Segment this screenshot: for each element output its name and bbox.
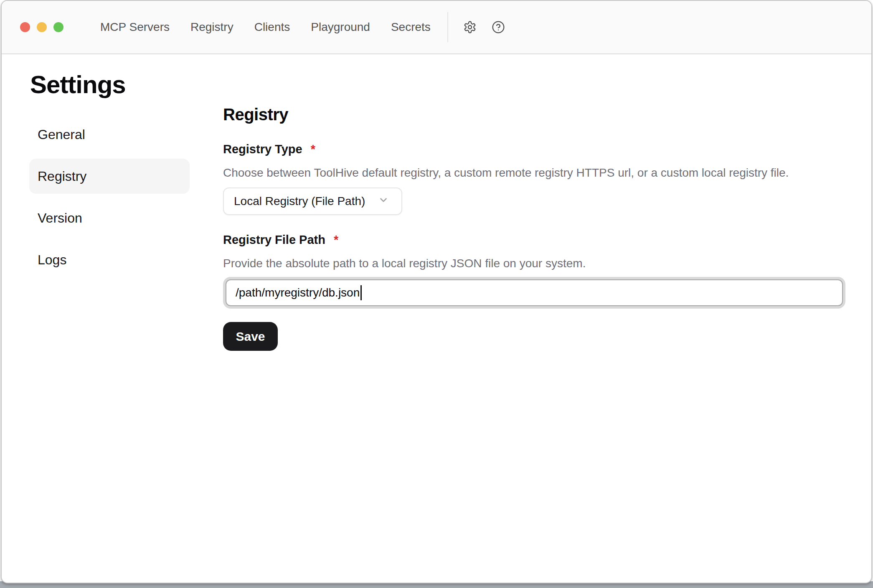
nav-item-playground[interactable]: Playground bbox=[311, 21, 370, 33]
settings-button[interactable] bbox=[463, 20, 477, 34]
nav-item-mcp-servers[interactable]: MCP Servers bbox=[100, 21, 170, 33]
close-window-button[interactable] bbox=[20, 22, 30, 32]
sidebar-item-label: Logs bbox=[38, 252, 66, 268]
registry-file-path-input[interactable]: /path/myregistry/db.json bbox=[226, 279, 843, 306]
registry-type-label: Registry Type * bbox=[223, 142, 850, 157]
gear-icon bbox=[463, 20, 477, 34]
selected-option-label: Local Registry (File Path) bbox=[234, 195, 365, 208]
required-asterisk: * bbox=[311, 142, 315, 157]
save-button[interactable]: Save bbox=[223, 322, 278, 351]
help-button[interactable] bbox=[492, 20, 505, 34]
settings-page: Settings General Registry Version Logs bbox=[2, 71, 871, 351]
chevron-down-icon bbox=[378, 195, 389, 208]
required-asterisk: * bbox=[334, 232, 338, 247]
titlebar-divider bbox=[447, 12, 448, 42]
top-navigation: MCP Servers Registry Clients Playground … bbox=[100, 21, 431, 33]
settings-sidebar: General Registry Version Logs bbox=[29, 117, 190, 284]
text-cursor bbox=[360, 285, 362, 300]
sidebar-item-label: Version bbox=[38, 210, 82, 226]
minimize-window-button[interactable] bbox=[37, 22, 47, 32]
nav-item-secrets[interactable]: Secrets bbox=[391, 21, 431, 33]
registry-type-description: Choose between ToolHive default registry… bbox=[223, 165, 850, 180]
registry-file-path-description: Provide the absolute path to a local reg… bbox=[223, 256, 850, 271]
nav-item-registry[interactable]: Registry bbox=[190, 21, 233, 33]
sidebar-item-version[interactable]: Version bbox=[29, 200, 190, 236]
sidebar-item-logs[interactable]: Logs bbox=[29, 242, 190, 277]
zoom-window-button[interactable] bbox=[53, 22, 63, 32]
sidebar-item-label: General bbox=[38, 127, 85, 142]
input-value: /path/myregistry/db.json bbox=[236, 286, 360, 299]
titlebar: MCP Servers Registry Clients Playground … bbox=[2, 1, 871, 54]
help-circle-icon bbox=[492, 20, 505, 34]
registry-settings-panel: Registry Registry Type * Choose between … bbox=[223, 104, 850, 351]
registry-file-path-label: Registry File Path * bbox=[223, 232, 850, 247]
sidebar-item-general[interactable]: General bbox=[29, 117, 190, 152]
section-heading: Registry bbox=[223, 104, 850, 124]
page-title: Settings bbox=[30, 71, 871, 99]
nav-item-clients[interactable]: Clients bbox=[254, 21, 290, 33]
sidebar-item-label: Registry bbox=[38, 169, 86, 184]
app-window: MCP Servers Registry Clients Playground … bbox=[1, 0, 872, 583]
window-controls bbox=[2, 22, 64, 32]
registry-type-select[interactable]: Local Registry (File Path) bbox=[223, 188, 402, 215]
sidebar-item-registry[interactable]: Registry bbox=[29, 159, 190, 194]
